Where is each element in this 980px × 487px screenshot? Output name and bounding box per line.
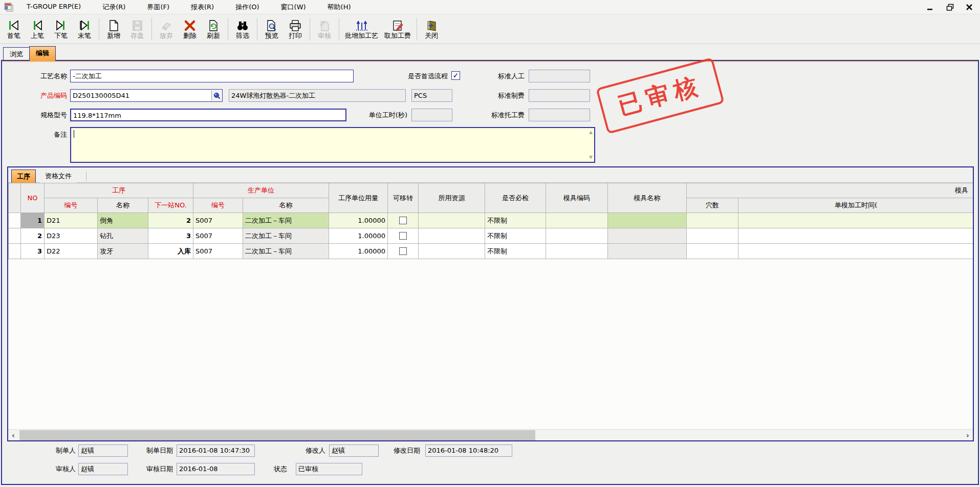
movable-checkbox[interactable] <box>399 232 407 240</box>
table-cell[interactable] <box>419 228 485 244</box>
tab-browse[interactable]: 浏览 <box>3 47 30 61</box>
header-cavities[interactable]: 穴数 <box>687 198 738 213</box>
scroll-right-icon[interactable]: › <box>963 430 973 441</box>
table-cell[interactable] <box>738 228 973 244</box>
table-cell[interactable]: 3 <box>148 228 193 244</box>
toolbar-batch-add-process-button[interactable]: 批增加工艺 <box>342 15 381 43</box>
table-row[interactable]: 2D23钻孔3S007二次加工－车间1.00000不限制 <box>9 228 973 244</box>
restore-icon[interactable] <box>944 3 955 12</box>
movable-checkbox[interactable] <box>399 217 407 224</box>
header-unit-code[interactable]: 编号 <box>193 198 243 213</box>
row-selector-cell[interactable] <box>9 228 21 244</box>
table-cell[interactable] <box>608 228 687 244</box>
table-cell[interactable]: D22 <box>45 244 98 259</box>
remarks-textarea[interactable]: ▲ ▼ <box>70 127 595 163</box>
header-name[interactable]: 名称 <box>98 198 148 213</box>
table-cell[interactable] <box>738 213 973 228</box>
menu-item[interactable]: 帮助(H) <box>320 1 358 14</box>
toolbar-get-processing-fee-button[interactable]: 取加工费 <box>381 15 414 43</box>
table-cell[interactable] <box>419 244 485 259</box>
toolbar-next-button[interactable]: 下笔 <box>49 15 73 43</box>
row-selector-cell[interactable] <box>9 244 21 259</box>
table-cell[interactable]: 倒角 <box>98 213 148 228</box>
row-selector-cell[interactable] <box>9 213 21 228</box>
menu-item[interactable]: 记录(R) <box>95 1 133 14</box>
table-row[interactable]: 1D21倒角2S007二次加工－车间1.00000不限制 <box>9 213 973 228</box>
header-no[interactable]: NO <box>21 183 45 213</box>
header-qty[interactable]: 工序单位用量 <box>329 183 388 213</box>
table-cell[interactable]: 不限制 <box>485 244 546 259</box>
menu-item[interactable]: T-GROUP ERP(E) <box>19 1 88 14</box>
header-mold-group[interactable]: 模具 <box>687 183 973 198</box>
header-mold-time[interactable]: 单模加工时间( <box>738 198 973 213</box>
table-cell[interactable]: 不限制 <box>485 213 546 228</box>
table-cell[interactable]: 3 <box>21 244 45 259</box>
table-cell[interactable] <box>546 228 608 244</box>
table-cell[interactable]: D21 <box>45 213 98 228</box>
table-cell[interactable] <box>419 213 485 228</box>
menu-item[interactable]: 报表(R) <box>184 1 221 14</box>
horizontal-scrollbar[interactable]: ‹ › <box>8 429 973 440</box>
header-unit-group[interactable]: 生产单位 <box>193 183 329 198</box>
movable-checkbox[interactable] <box>399 247 407 255</box>
minimize-icon[interactable] <box>925 3 936 12</box>
header-movable[interactable]: 可移转 <box>388 183 419 213</box>
toolbar-refresh-button[interactable]: 刷新 <box>202 15 225 43</box>
toolbar-preview-button[interactable]: 预览 <box>260 15 284 43</box>
header-process-group[interactable]: 工序 <box>45 183 193 198</box>
header-mold-code[interactable]: 模具编码 <box>546 183 608 213</box>
table-cell[interactable] <box>687 213 738 228</box>
table-cell[interactable]: 1.00000 <box>329 244 388 259</box>
scrollbar-thumb[interactable] <box>19 430 535 440</box>
table-cell[interactable]: 1.00000 <box>329 213 388 228</box>
menu-item[interactable]: 窗口(W) <box>274 1 313 14</box>
table-cell[interactable] <box>546 213 608 228</box>
header-mold-name[interactable]: 模具名称 <box>608 183 687 213</box>
header-unit-name[interactable]: 名称 <box>243 198 329 213</box>
table-cell[interactable]: 钻孔 <box>98 228 148 244</box>
header-resource[interactable]: 所用资源 <box>419 183 485 213</box>
table-cell[interactable]: 二次加工－车间 <box>243 244 329 259</box>
toolbar-prev-button[interactable]: 上笔 <box>26 15 49 43</box>
table-cell[interactable]: 二次加工－车间 <box>243 228 329 244</box>
product-code-input[interactable]: D250130005D41 <box>70 89 223 102</box>
table-cell[interactable] <box>608 244 687 259</box>
toolbar-close-window-button[interactable]: 关闭 <box>420 15 443 43</box>
table-cell[interactable]: S007 <box>193 244 243 259</box>
table-cell[interactable]: 二次加工－车间 <box>243 213 329 228</box>
menu-item[interactable]: 操作(O) <box>228 1 266 14</box>
table-cell[interactable] <box>687 228 738 244</box>
table-cell[interactable]: 不限制 <box>485 228 546 244</box>
table-cell[interactable]: 1.00000 <box>329 228 388 244</box>
table-cell[interactable] <box>388 213 419 228</box>
scroll-down-icon[interactable]: ▼ <box>589 155 593 160</box>
spec-model-input[interactable]: 119.8*117mm <box>70 109 346 121</box>
product-lookup-button[interactable] <box>211 90 222 101</box>
table-cell[interactable] <box>388 244 419 259</box>
table-cell[interactable] <box>608 213 687 228</box>
table-cell[interactable]: 2 <box>148 213 193 228</box>
scroll-left-icon[interactable]: ‹ <box>8 430 18 441</box>
subtab-process[interactable]: 工序 <box>11 170 36 183</box>
toolbar-first-button[interactable]: 首笔 <box>2 15 26 43</box>
toolbar-filter-button[interactable]: 筛选 <box>231 15 254 43</box>
table-cell[interactable]: 2 <box>21 228 45 244</box>
table-cell[interactable]: S007 <box>193 228 243 244</box>
process-name-input[interactable]: -二次加工 <box>70 70 354 82</box>
table-cell[interactable] <box>687 244 738 259</box>
toolbar-new-button[interactable]: 新增 <box>102 15 125 43</box>
table-row[interactable]: 3D22攻牙入库S007二次加工－车间1.00000不限制 <box>9 244 973 259</box>
scroll-up-icon[interactable]: ▲ <box>589 130 593 135</box>
toolbar-print-button[interactable]: 打印 <box>284 15 307 43</box>
header-next-no[interactable]: 下一站NO. <box>148 198 193 213</box>
header-must-check[interactable]: 是否必检 <box>485 183 546 213</box>
close-icon[interactable] <box>964 3 975 12</box>
table-cell[interactable]: 入库 <box>148 244 193 259</box>
table-cell[interactable] <box>738 244 973 259</box>
table-cell[interactable]: 1 <box>21 213 45 228</box>
toolbar-delete-button[interactable]: 删除 <box>178 15 202 43</box>
table-cell[interactable] <box>388 228 419 244</box>
menu-item[interactable]: 界面(F) <box>140 1 177 14</box>
table-cell[interactable]: S007 <box>193 213 243 228</box>
header-code[interactable]: 编号 <box>45 198 98 213</box>
